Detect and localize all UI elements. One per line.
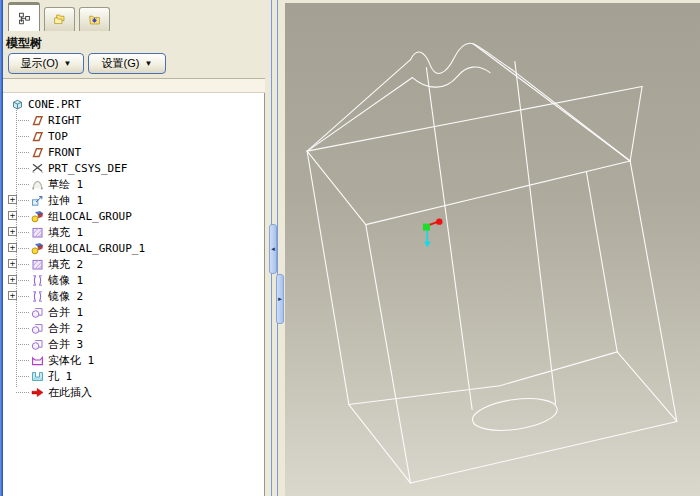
panel-splitter[interactable]: ◄ ► (268, 0, 285, 496)
tree-row-fill[interactable]: + 填充 2 (3, 256, 264, 272)
tree-item-label: FRONT (48, 146, 81, 159)
tree-row-datum[interactable]: TOP (3, 128, 264, 144)
merge-icon (31, 306, 44, 319)
part-icon (11, 98, 24, 111)
tab-folder-browser[interactable] (44, 7, 75, 31)
extrude-icon (31, 194, 44, 207)
insert-here-icon (31, 386, 44, 399)
fill-icon (31, 226, 44, 239)
datum-plane-icon (31, 114, 44, 127)
tree-row-group[interactable]: + 组LOCAL_GROUP_1 (3, 240, 264, 256)
folders-icon (53, 13, 66, 26)
tree-item-label: TOP (48, 130, 68, 143)
tree-item-label: 合并 2 (48, 321, 83, 336)
wireframe-model-cone-prt (285, 3, 700, 496)
tree-item-label: 拉伸 1 (48, 193, 83, 208)
sketch-icon (31, 178, 44, 191)
tree-item-label: 填充 2 (48, 257, 83, 272)
tree-row-datum[interactable]: RIGHT (3, 112, 264, 128)
tree-item-label: 合并 3 (48, 337, 83, 352)
tree-row-fill[interactable]: + 填充 1 (3, 224, 264, 240)
chevron-down-icon: ▼ (63, 59, 71, 68)
merge-icon (31, 322, 44, 335)
tree-row-merge[interactable]: 合并 2 (3, 320, 264, 336)
merge-icon (31, 338, 44, 351)
tree-row-mirror[interactable]: + 镜像 1 (3, 272, 264, 288)
graphics-viewport[interactable] (285, 3, 700, 496)
tree-item-label: 镜像 1 (48, 273, 83, 288)
model-tree[interactable]: CONE.PRT RIGHT TOP FRONT PRT_CSYS_DEF 草绘… (3, 93, 265, 496)
tree-row-mirror[interactable]: + 镜像 2 (3, 288, 264, 304)
tree-item-label: 组LOCAL_GROUP (48, 209, 132, 224)
tab-model-tree[interactable] (8, 2, 40, 31)
chevron-down-icon: ▼ (144, 59, 152, 68)
tree-row-datum[interactable]: FRONT (3, 144, 264, 160)
tree-row-part[interactable]: CONE.PRT (3, 96, 264, 112)
tree-item-label: 合并 1 (48, 305, 83, 320)
tree-item-label: 草绘 1 (48, 177, 83, 192)
tree-row-extrude[interactable]: + 拉伸 1 (3, 192, 264, 208)
group-icon (31, 242, 44, 255)
navigator-tabstrip (3, 0, 268, 31)
panel-title: 模型树 (6, 35, 266, 51)
collapse-right-handle[interactable]: ► (276, 274, 284, 324)
tree-row-solidify[interactable]: 实体化 1 (3, 352, 264, 368)
collapse-left-handle[interactable]: ◄ (269, 224, 277, 274)
mirror-icon (31, 274, 44, 287)
tree-item-label: 孔 1 (48, 369, 72, 384)
tree-row-sketch[interactable]: 草绘 1 (3, 176, 264, 192)
model-tree-icon (18, 12, 31, 25)
tree-row-group[interactable]: + 组LOCAL_GROUP (3, 208, 264, 224)
tree-column-header (3, 78, 265, 93)
collapse-right-icon: ► (277, 296, 283, 302)
show-button[interactable]: 显示(O)▼ (8, 53, 84, 74)
tree-item-label: 实体化 1 (48, 353, 94, 368)
hole-icon (31, 370, 44, 383)
csys-icon (31, 162, 44, 175)
tree-item-label: 在此插入 (48, 385, 92, 400)
tree-row-merge[interactable]: 合并 3 (3, 336, 264, 352)
collapse-left-icon: ◄ (270, 246, 276, 252)
folder-star-icon (88, 13, 101, 26)
tree-row-hole[interactable]: 孔 1 (3, 368, 264, 384)
tree-item-label: CONE.PRT (28, 98, 81, 111)
tab-favorites[interactable] (79, 7, 110, 31)
proe-window: { "panel": { "tabs": [ {"icon": "model-t… (0, 0, 700, 496)
splitter-line (277, 0, 278, 496)
tree-item-label: RIGHT (48, 114, 81, 127)
tree-item-label: 镜像 2 (48, 289, 83, 304)
csys-triad (423, 218, 443, 247)
datum-plane-icon (31, 146, 44, 159)
solidify-icon (31, 354, 44, 367)
tree-item-label: 填充 1 (48, 225, 83, 240)
tree-item-label: 组LOCAL_GROUP_1 (48, 241, 145, 256)
datum-plane-icon (31, 130, 44, 143)
tree-item-label: PRT_CSYS_DEF (48, 162, 127, 175)
settings-button[interactable]: 设置(G)▼ (88, 53, 166, 74)
group-icon (31, 210, 44, 223)
mirror-icon (31, 290, 44, 303)
tree-row-csys[interactable]: PRT_CSYS_DEF (3, 160, 264, 176)
tree-row-merge[interactable]: 合并 1 (3, 304, 264, 320)
tree-row-insert-here[interactable]: 在此插入 (3, 384, 264, 400)
fill-icon (31, 258, 44, 271)
